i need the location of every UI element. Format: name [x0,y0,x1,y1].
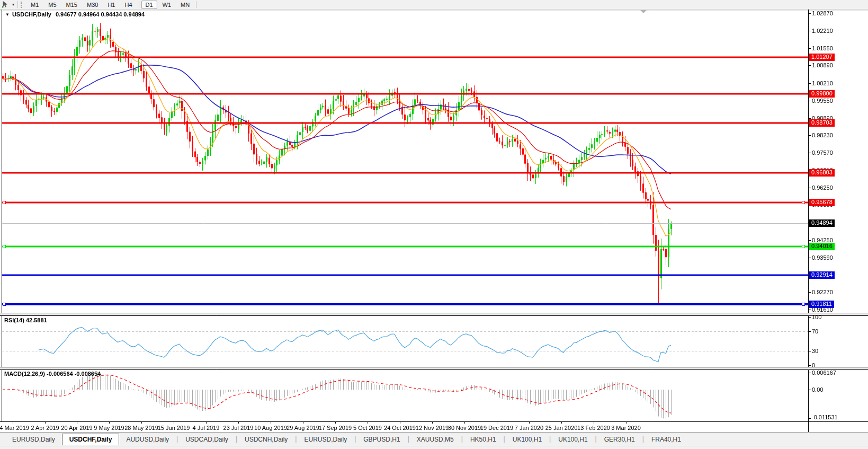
chart-ohlc-values: 0.94677 0.94964 0.94434 0.94894 [56,11,145,17]
tab-separator: | [595,435,597,443]
price-tick-label: 0.96250 [812,184,833,191]
price-tick-label: 1.00210 [812,80,833,86]
chart-shift-marker[interactable] [640,10,647,13]
timeframe-button-m1[interactable]: M1 [26,1,43,9]
tab-separator: | [549,435,551,443]
chart-tabs: EURUSD,DailyUSDCHF,DailyAUDUSD,Daily|USD… [0,432,868,446]
cursor-tool-icon[interactable] [1,1,11,8]
chart-tab-audusd-daily[interactable]: AUDUSD,Daily [119,434,176,445]
chart-title: ▼USDCHF,Daily0.94677 0.94964 0.94434 0.9… [5,11,145,17]
price-tick-label: 0.92270 [812,289,833,295]
date-tick-label: 30 Nov 2019 [448,425,481,431]
toolbar-separator [139,1,139,8]
macd-label: MACD(12,26,9) -0.006564 -0.008654 [4,371,101,377]
toolbar-grip[interactable] [21,2,24,8]
date-tick-label: 5 Oct 2019 [353,425,382,431]
tab-separator: | [461,435,463,443]
level-price-label: 0.96803 [809,169,835,177]
cursor-tool-dropdown-icon[interactable]: ▾ [11,2,16,7]
date-tick-label: 24 Oct 2019 [384,425,416,431]
price-tick-label: 1.02210 [812,28,833,34]
timeframe-button-mn[interactable]: MN [176,1,194,9]
timeframe-button-h4[interactable]: H4 [120,1,136,9]
level-price-label: 0.94016 [809,243,835,250]
chart-tab-eurusd-daily[interactable]: EURUSD,Daily [5,434,62,445]
chart-tab-uk100-h1[interactable]: UK100,H1 [506,434,549,445]
timeframe-button-m15[interactable]: M15 [62,1,82,9]
price-tick-label: 0.97570 [812,149,833,156]
chart-symbol-label: USDCHF,Daily [12,11,51,17]
rsi-tick-label: 100 [812,314,821,320]
chart-tab-gbpusd-h1[interactable]: GBPUSD,H1 [356,434,407,445]
date-tick-label: 10 Aug 2019 [254,425,287,431]
level-price-label: 0.98703 [809,119,835,127]
tab-separator: | [235,435,238,443]
date-tick-label: 23 Jul 2019 [223,425,254,431]
chart-tab-usdcnh-daily[interactable]: USDCNH,Daily [238,434,294,445]
level-price-label: 0.95678 [809,199,835,206]
toolbar-separator [196,1,196,8]
date-tick-label: 4 Jul 2019 [193,425,220,431]
date-tick-label: 14 Mar 2019 [0,425,29,431]
date-tick-label: 2 Apr 2019 [31,425,59,431]
chart-tab-usdcad-daily[interactable]: USDCAD,Daily [178,434,235,445]
window-resize-strip [0,446,868,449]
toolbar: ▾ M1M5M15M30H1H4D1W1MN [0,0,868,10]
level-price-label: 0.92914 [809,271,835,279]
date-tick-label: 28 May 2019 [124,425,158,431]
tab-separator: | [503,435,506,443]
date-tick-label: 12 Nov 2019 [416,425,449,431]
date-tick-label: 3 Mar 2020 [611,425,641,431]
macd-tick-label: 0.006167 [812,369,836,376]
tab-separator: | [354,435,356,443]
chart-tab-xauusd-m5[interactable]: XAUUSD,M5 [410,434,461,445]
level-price-label: 0.99800 [809,90,835,98]
rsi-tick-label: 70 [812,328,818,334]
chart-title-dropdown-icon[interactable]: ▼ [5,12,10,17]
tab-separator: | [642,435,645,443]
tab-separator: | [294,435,297,443]
date-tick-label: 20 Apr 2019 [61,425,92,431]
price-chart-canvas[interactable] [0,0,868,449]
chart-tab-fra40-h1[interactable]: FRA40,H1 [645,434,688,445]
date-tick-label: 7 Jan 2020 [515,425,543,431]
mt4-window: ▾ M1M5M15M30H1H4D1W1MN ▼USDCHF,Daily0.94… [0,0,868,449]
rsi-tick-label: 0 [812,362,815,368]
current-price-label: 0.94894 [809,219,835,227]
timeframe-button-d1[interactable]: D1 [141,1,157,9]
chart-tab-uk100-h1[interactable]: UK100,H1 [551,434,594,445]
chart-tab-eurusd-daily[interactable]: EURUSD,Daily [297,434,354,445]
price-tick-label: 1.01550 [812,45,833,51]
date-tick-label: 13 Feb 2020 [577,425,610,431]
date-tick-label: 19 Dec 2019 [480,425,513,431]
timeframe-button-m5[interactable]: M5 [44,1,60,9]
date-tick-label: 29 Aug 2019 [287,425,319,431]
tab-separator: | [407,435,410,443]
price-tick-label: 1.02870 [812,10,833,16]
price-tick-label: 0.99550 [812,98,833,104]
chart-tab-usdchf-daily[interactable]: USDCHF,Daily [62,434,120,445]
date-tick-label: 9 May 2019 [94,425,124,431]
level-price-label: 1.01207 [809,54,835,61]
chart-tab-hk50-h1[interactable]: HK50,H1 [463,434,503,445]
macd-tick-label: 0.00 [812,386,823,393]
toolbar-separator [17,1,18,8]
price-tick-label: 1.00890 [812,62,833,68]
date-tick-label: 15 Jun 2019 [158,425,190,431]
rsi-label: RSI(14) 42.5881 [4,317,47,323]
date-tick-label: 25 Jan 2020 [545,425,578,431]
macd-tick-label: -0.011531 [812,414,838,420]
timeframe-toolbar: M1M5M15M30H1H4D1W1MN [26,0,198,9]
date-tick-label: 17 Sep 2019 [319,425,352,431]
rsi-tick-label: 30 [812,348,818,354]
timeframe-button-m30[interactable]: M30 [83,1,102,9]
chart-tab-ger30-h1[interactable]: GER30,H1 [597,434,642,445]
level-price-label: 0.91811 [809,301,834,308]
price-tick-label: 0.93590 [812,254,833,261]
timeframe-button-w1[interactable]: W1 [158,1,176,9]
price-tick-label: 0.98230 [812,132,833,138]
tab-separator: | [176,435,178,443]
timeframe-button-h1[interactable]: H1 [103,1,119,9]
